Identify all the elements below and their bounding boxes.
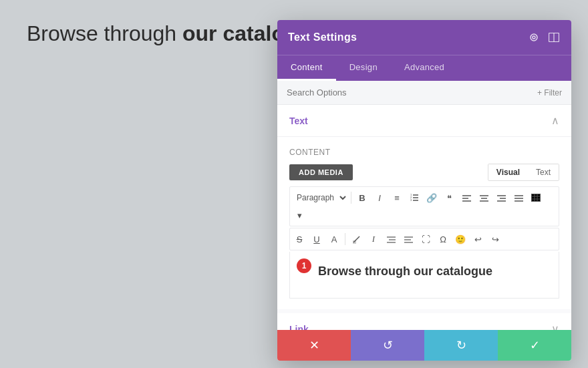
text-mode-button[interactable]: Text bbox=[528, 164, 559, 180]
align-left-button[interactable] bbox=[458, 190, 474, 206]
fullscreen-button[interactable]: ⛶ bbox=[418, 231, 434, 247]
content-label: Content bbox=[289, 148, 559, 157]
layout-icon[interactable] bbox=[547, 31, 561, 44]
editor-toolbar-top: ADD MEDIA Visual Text bbox=[289, 164, 559, 181]
more-button[interactable]: ▾ bbox=[291, 207, 307, 223]
section-text: Text ∧ Content ADD MEDIA Visual Text bbox=[277, 105, 571, 309]
toolbar-row-2: S U A I ⛶ Ω 🙂 bbox=[289, 228, 559, 250]
redo-icon: ↻ bbox=[456, 338, 466, 353]
search-input[interactable] bbox=[287, 87, 537, 98]
panel-tabs: Content Design Advanced bbox=[277, 55, 571, 81]
save-icon: ✓ bbox=[530, 338, 540, 353]
svg-text:3: 3 bbox=[410, 198, 412, 202]
panel-footer: ✕ ↺ ↻ ✓ bbox=[277, 330, 571, 361]
reset-icon: ↺ bbox=[383, 338, 393, 353]
section-text-title: Text bbox=[289, 116, 308, 126]
section-link-toggle[interactable]: ∨ bbox=[551, 323, 559, 330]
italic-button[interactable]: I bbox=[372, 190, 388, 206]
tab-advanced[interactable]: Advanced bbox=[391, 55, 458, 81]
paragraph-select[interactable]: Paragraph bbox=[291, 191, 348, 204]
section-text-header[interactable]: Text ∧ bbox=[277, 105, 571, 137]
svg-point-0 bbox=[531, 34, 537, 41]
cancel-icon: ✕ bbox=[309, 338, 319, 353]
redo2-button[interactable]: ↪ bbox=[487, 231, 503, 247]
tab-design[interactable]: Design bbox=[336, 55, 391, 81]
reset-button[interactable]: ↺ bbox=[351, 330, 424, 361]
unordered-list-button[interactable]: ≡ bbox=[389, 190, 405, 206]
blockquote-button[interactable]: ❝ bbox=[441, 190, 457, 206]
align-right-button[interactable] bbox=[493, 190, 509, 206]
settings-panel: Text Settings Content Design Advanced bbox=[277, 20, 571, 361]
panel-header-icons bbox=[527, 31, 561, 44]
visual-mode-button[interactable]: Visual bbox=[488, 164, 528, 180]
divider-1 bbox=[351, 192, 351, 204]
special-char-button[interactable]: Ω bbox=[435, 231, 451, 247]
outdent-button[interactable] bbox=[400, 231, 416, 247]
clear-format-button[interactable] bbox=[348, 231, 364, 247]
toolbar-row-1: Paragraph B I ≡ 123 🔗 ❝ bbox=[289, 186, 559, 226]
bold-button[interactable]: B bbox=[354, 190, 370, 206]
emoji-button[interactable]: 🙂 bbox=[452, 231, 468, 247]
panel-body: Text ∧ Content ADD MEDIA Visual Text bbox=[277, 105, 571, 330]
table-button[interactable] bbox=[528, 190, 544, 206]
indent-button[interactable] bbox=[383, 231, 399, 247]
section-text-content: Content ADD MEDIA Visual Text Paragraph bbox=[277, 137, 571, 309]
section-link-title: Link bbox=[289, 324, 309, 331]
section-text-toggle[interactable]: ∧ bbox=[551, 114, 559, 127]
editor-badge: 1 bbox=[297, 258, 311, 273]
section-link: Link ∨ bbox=[277, 313, 571, 330]
editor-area[interactable]: 1 Browse through our catalogue bbox=[289, 252, 559, 299]
divider-2 bbox=[345, 233, 345, 245]
save-button[interactable]: ✓ bbox=[498, 330, 571, 361]
settings-icon[interactable] bbox=[527, 31, 541, 44]
panel-title: Text Settings bbox=[288, 31, 357, 43]
svg-rect-22 bbox=[532, 194, 541, 202]
link-button[interactable]: 🔗 bbox=[424, 190, 440, 206]
section-link-header[interactable]: Link ∨ bbox=[277, 313, 571, 330]
editor-text[interactable]: Browse through our catalogue bbox=[299, 262, 549, 281]
undo-button[interactable]: ↩ bbox=[470, 231, 486, 247]
underline-button[interactable]: U bbox=[309, 231, 325, 247]
svg-rect-28 bbox=[353, 240, 356, 244]
strikethrough-button[interactable]: S bbox=[291, 231, 307, 247]
font-color-button[interactable]: A bbox=[326, 231, 342, 247]
add-media-button[interactable]: ADD MEDIA bbox=[289, 164, 353, 180]
visual-text-toggle: Visual Text bbox=[488, 164, 559, 181]
panel-header: Text Settings bbox=[277, 20, 571, 55]
cancel-button[interactable]: ✕ bbox=[277, 330, 351, 361]
filter-label: + Filter bbox=[537, 88, 562, 98]
italic2-button[interactable]: I bbox=[365, 231, 382, 247]
ordered-list-button[interactable]: 123 bbox=[406, 190, 422, 206]
tab-content[interactable]: Content bbox=[277, 55, 336, 81]
redo-button[interactable]: ↻ bbox=[424, 330, 498, 361]
filter-button[interactable]: + Filter bbox=[537, 88, 562, 98]
search-bar: + Filter bbox=[277, 81, 571, 105]
align-center-button[interactable] bbox=[476, 190, 492, 206]
svg-point-1 bbox=[533, 36, 535, 39]
justify-button[interactable] bbox=[510, 190, 527, 206]
